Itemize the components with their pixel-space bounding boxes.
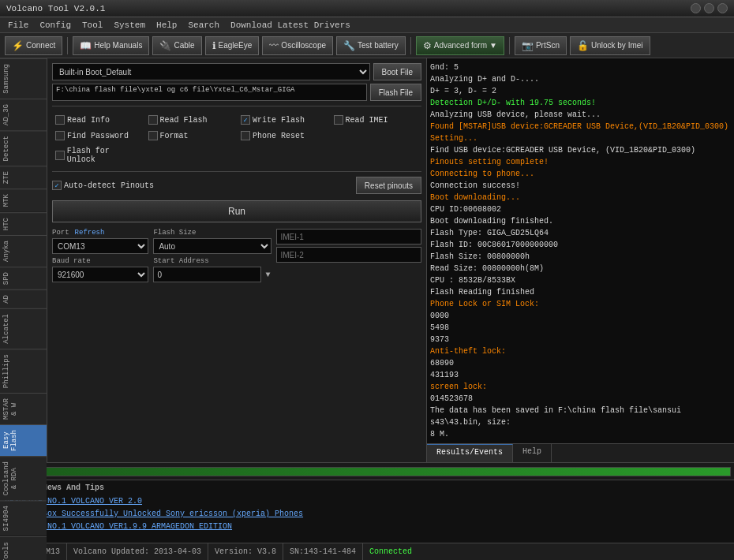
read-flash-btn[interactable]: Read Flash — [145, 113, 237, 127]
help-manuals-button[interactable]: 📖 Help Manuals — [73, 36, 149, 55]
port-select[interactable]: COM13 — [52, 238, 148, 254]
connect-label: Connect — [26, 41, 55, 50]
divider-1 — [52, 106, 421, 106]
oscilloscope-button[interactable]: 〰 Oscilloscope — [262, 36, 333, 55]
read-imei-label: Read IMEI — [346, 116, 388, 125]
flash-unlock-checkbox[interactable] — [55, 151, 65, 160]
eagleeye-button[interactable]: ℹ EagleEye — [205, 36, 260, 55]
news-item-2[interactable]: ABSOLUTE NO.1 VOLCANO VER1.9.9 ARMAGEDON… — [5, 521, 729, 533]
sidebar-tab-alcatel[interactable]: Alcatel — [0, 308, 47, 349]
menu-file[interactable]: File — [3, 20, 33, 31]
phone-reset-btn[interactable]: Phone Reset — [238, 129, 329, 143]
log-panel: Detection initiated...Vcc: nullGnd: 5Ana… — [426, 58, 734, 462]
write-flash-btn[interactable]: Write Flash — [238, 113, 329, 127]
sidebar-tab-easyflash[interactable]: Easy Flash — [0, 424, 47, 456]
sidebar-tab-phillips[interactable]: Phillips — [0, 349, 47, 393]
flash-size-select[interactable]: Auto — [153, 238, 272, 254]
imei1-input[interactable] — [276, 229, 421, 245]
camera-icon: 📷 — [522, 40, 534, 51]
news-item-1[interactable]: Volcano Box Successfully Unlocked Sony e… — [5, 508, 729, 521]
read-imei-btn[interactable]: Read IMEI — [331, 113, 422, 127]
progress-bar — [3, 467, 731, 476]
connect-icon: ⚡ — [12, 40, 24, 51]
sidebar-tab-mtk[interactable]: MTK — [0, 189, 47, 211]
connect-button[interactable]: ⚡ Connect — [5, 36, 62, 55]
news-title: Volcano News And Tips — [5, 483, 729, 492]
flash-path-row: F:\china flash file\yxtel og c6 file\Yxt… — [52, 84, 421, 101]
phone-reset-checkbox[interactable] — [241, 131, 250, 140]
find-password-checkbox[interactable] — [55, 131, 65, 140]
status-sn: SN:143-141-484 — [283, 543, 363, 560]
auto-detect-checkbox[interactable] — [52, 181, 62, 190]
cable-icon: 🔌 — [159, 40, 171, 51]
flash-unlock-label: Flash for Unlock — [67, 147, 140, 164]
run-button[interactable]: Run — [52, 200, 421, 222]
minimize-button[interactable] — [691, 3, 701, 13]
prtscn-button[interactable]: 📷 PrtScn — [515, 36, 567, 55]
dropdown-arrow-icon: ▼ — [489, 41, 497, 50]
format-btn[interactable]: Format — [145, 129, 237, 143]
menu-download[interactable]: Download Latest Drivers — [226, 20, 355, 31]
sidebar-tab-anyka[interactable]: Anyka — [0, 235, 47, 267]
flash-file-button[interactable]: Flash File — [370, 84, 421, 101]
sidebar-tab-htc[interactable]: HTC — [0, 212, 47, 235]
imei-group — [276, 229, 421, 282]
refresh-label[interactable]: Refresh — [75, 229, 105, 237]
operations-grid: Read Info Read Flash Write Flash Read IM… — [52, 113, 421, 166]
start-address-row: Start Address ▼ — [153, 257, 272, 282]
oscilloscope-label: Oscilloscope — [281, 41, 326, 50]
start-address-input-row: ▼ — [153, 267, 272, 282]
boot-dropdown[interactable]: Built-in Boot_Default — [52, 63, 370, 80]
eagleeye-label: EagleEye — [219, 41, 253, 50]
gear-icon: ⚙ — [423, 40, 432, 51]
read-flash-checkbox[interactable] — [148, 115, 158, 125]
menu-config[interactable]: Config — [35, 20, 76, 31]
log-tab-results[interactable]: Results/Events — [427, 444, 513, 462]
sidebar-tab-ad[interactable]: AD — [0, 289, 47, 308]
sidebar-tab-si4904[interactable]: SI4904 — [0, 500, 47, 536]
menu-search[interactable]: Search — [183, 20, 224, 31]
maximize-button[interactable] — [704, 3, 714, 13]
left-sidebar: Samsung AD_3G Detect ZTE MTK HTC Anyka S… — [0, 58, 47, 462]
sidebar-tab-coolsand[interactable]: Coolsand & RDA — [0, 456, 47, 500]
sidebar-tab-detect[interactable]: Detect — [0, 130, 47, 166]
baud-select[interactable]: 921600 — [52, 267, 148, 282]
sidebar-tab-samsung[interactable]: Samsung — [0, 58, 47, 99]
menu-system[interactable]: System — [109, 20, 150, 31]
sidebar-tab-zte[interactable]: ZTE — [0, 166, 47, 189]
imei2-input[interactable] — [276, 247, 421, 263]
sidebar-tab-ad3g[interactable]: AD_3G — [0, 99, 47, 130]
progress-bar-fill — [4, 468, 730, 476]
menu-help[interactable]: Help — [152, 20, 182, 31]
unlock-imei-button[interactable]: 🔓 Unlock by Imei — [570, 36, 650, 55]
read-imei-checkbox[interactable] — [334, 115, 343, 125]
find-password-btn[interactable]: Find Password — [52, 129, 144, 143]
window-controls[interactable] — [691, 3, 728, 13]
status-bar: Port:COM13 Volcano Updated: 2013-04-03 V… — [0, 543, 734, 560]
format-checkbox[interactable] — [148, 131, 158, 140]
port-group: Port Refresh COM13 Baud rate 921600 — [52, 229, 148, 282]
news-item-0[interactable]: ABSOLUTE NO.1 VOLCANO VER 2.0 — [5, 495, 729, 508]
cable-label: Cable — [174, 41, 194, 50]
eagleeye-icon: ℹ — [212, 40, 216, 51]
test-battery-button[interactable]: 🔧 Test battery — [336, 36, 406, 55]
boot-file-button[interactable]: Boot File — [373, 63, 421, 80]
sidebar-tab-spd[interactable]: SPD — [0, 267, 47, 289]
auto-detect-label[interactable]: Auto-detect Pinouts — [52, 181, 154, 190]
log-tab-help[interactable]: Help — [513, 444, 552, 462]
close-button[interactable] — [717, 3, 728, 13]
flash-unlock-btn[interactable]: Flash for Unlock — [52, 144, 144, 166]
read-info-checkbox[interactable] — [55, 115, 65, 125]
start-address-label: Start Address — [153, 257, 272, 265]
title-bar: Volcano Tool V2.0.1 — [0, 0, 734, 17]
reset-pinouts-button[interactable]: Reset pinouts — [356, 177, 421, 194]
advanced-form-button[interactable]: ⚙ Advanced form ▼ — [416, 36, 504, 55]
menu-tool[interactable]: Tool — [77, 20, 107, 31]
sidebar-tab-tools[interactable]: Tools — [0, 536, 47, 560]
read-info-btn[interactable]: Read Info — [52, 113, 144, 127]
cable-button[interactable]: 🔌 Cable — [152, 36, 201, 55]
start-address-input[interactable] — [153, 267, 261, 282]
find-password-label: Find Password — [67, 132, 129, 140]
sidebar-tab-mstar[interactable]: MSTAR & W — [0, 393, 47, 424]
write-flash-checkbox[interactable] — [241, 115, 250, 125]
